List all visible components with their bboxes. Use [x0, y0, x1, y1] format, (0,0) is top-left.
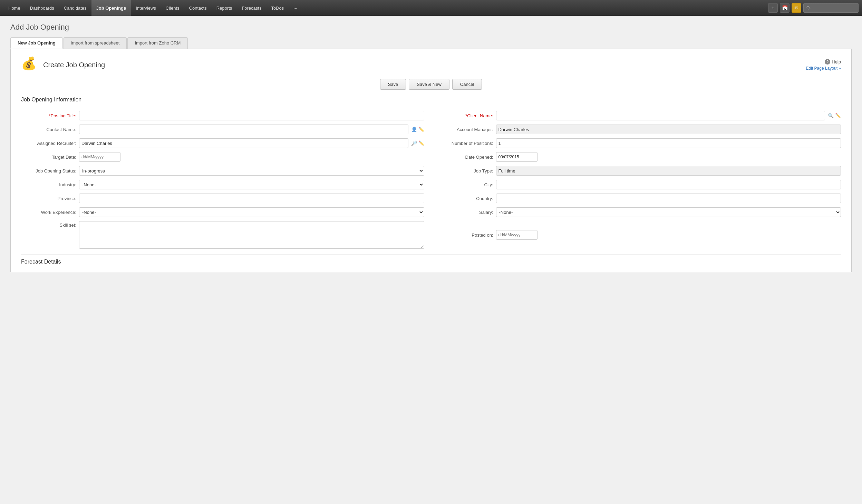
target-date-row: Target Date: — [21, 152, 424, 162]
nav-contacts[interactable]: Contacts — [184, 0, 212, 16]
nav-more[interactable]: ··· — [289, 0, 302, 16]
skill-set-textarea[interactable] — [79, 221, 424, 249]
country-input[interactable] — [496, 194, 841, 203]
nav-right-actions: ＋ 📅 ✉ — [768, 3, 859, 13]
nav-search-input[interactable] — [803, 3, 859, 13]
contact-name-input[interactable] — [79, 125, 408, 134]
form-container: 💰 Create Job Opening ? Help Edit Page La… — [10, 49, 852, 272]
city-label: City: — [438, 182, 493, 187]
section-title: Job Opening Information — [21, 97, 841, 105]
job-opening-status-row: Job Opening Status: In-progress New On-h… — [21, 166, 424, 176]
client-name-lookup-icon[interactable]: 🔍 — [828, 113, 834, 118]
work-experience-row: Work Experience: -None- 0-1 years 1-3 ye… — [21, 207, 424, 217]
client-name-input[interactable] — [496, 111, 825, 120]
nav-plus-button[interactable]: ＋ — [768, 3, 778, 13]
cancel-button[interactable]: Cancel — [452, 79, 482, 90]
page-title: Add Job Opening — [10, 23, 852, 32]
industry-label: Industry: — [21, 182, 76, 187]
save-button[interactable]: Save — [380, 79, 406, 90]
date-opened-row: Date Opened: — [438, 152, 841, 162]
nav-interviews[interactable]: Interviews — [131, 0, 161, 16]
client-name-new-icon[interactable]: ✏️ — [835, 113, 841, 118]
help-label: Help — [832, 59, 841, 65]
help-link[interactable]: ? Help — [825, 59, 841, 65]
posted-on-input[interactable] — [496, 230, 537, 240]
nav-job-openings[interactable]: Job Openings — [91, 0, 131, 16]
number-of-positions-row: Number of Positions: — [438, 138, 841, 148]
job-type-input — [496, 166, 841, 176]
contact-name-icons: 👤 ✏️ — [411, 127, 424, 132]
nav-items: Home Dashboards Candidates Job Openings … — [3, 0, 768, 16]
date-opened-input[interactable] — [496, 152, 537, 162]
industry-select[interactable]: -None- Technology Finance Healthcare Ret… — [79, 180, 424, 189]
job-type-label: Job Type: — [438, 168, 493, 174]
tab-new-job-opening[interactable]: New Job Opening — [10, 37, 63, 49]
posting-title-input[interactable] — [79, 111, 424, 120]
work-experience-label: Work Experience: — [21, 210, 76, 215]
skill-set-label: Skill set: — [21, 221, 76, 228]
form-header-right: ? Help Edit Page Layout » — [806, 59, 841, 71]
forecast-section: Forecast Details — [21, 254, 841, 265]
salary-select[interactable]: -None- 30000-50000 50000-70000 70000-100… — [496, 207, 841, 217]
page-content: Add Job Opening New Job Opening Import f… — [0, 16, 862, 272]
industry-row: Industry: -None- Technology Finance Heal… — [21, 180, 424, 189]
city-input[interactable] — [496, 180, 841, 189]
forecast-section-title: Forecast Details — [21, 259, 841, 265]
posted-on-label: Posted on: — [438, 233, 493, 238]
nav-todos[interactable]: ToDos — [266, 0, 289, 16]
recruiter-icons: 🔎 ✏️ — [411, 140, 424, 146]
work-experience-select[interactable]: -None- 0-1 years 1-3 years 3-5 years 5+ … — [79, 207, 424, 217]
nav-calendar-button[interactable]: 📅 — [780, 3, 790, 13]
nav-mail-button[interactable]: ✉ — [792, 3, 801, 13]
posting-title-row: *Posting Title: — [21, 111, 424, 120]
assigned-recruiter-row: Assigned Recruiter: 🔎 ✏️ — [21, 138, 424, 148]
tab-import-zoho[interactable]: Import from Zoho CRM — [127, 37, 188, 49]
country-row: Country: — [438, 194, 841, 203]
contact-name-new-icon[interactable]: ✏️ — [418, 127, 424, 132]
form-header-left: 💰 Create Job Opening — [21, 56, 105, 73]
job-opening-status-label: Job Opening Status: — [21, 168, 76, 174]
contact-name-lookup-icon[interactable]: 👤 — [411, 127, 417, 132]
date-opened-label: Date Opened: — [438, 155, 493, 160]
client-name-icons: 🔍 ✏️ — [828, 113, 841, 118]
target-date-input[interactable] — [79, 152, 120, 162]
nav-forecasts[interactable]: Forecasts — [237, 0, 266, 16]
posting-title-label: *Posting Title: — [21, 113, 76, 118]
account-manager-input[interactable] — [496, 125, 841, 134]
client-name-label: *Client Name: — [438, 113, 493, 118]
posted-on-row: Posted on: — [438, 221, 841, 249]
city-row: City: — [438, 180, 841, 189]
assigned-recruiter-input[interactable] — [79, 138, 408, 148]
nav-home[interactable]: Home — [3, 0, 25, 16]
province-input[interactable] — [79, 194, 424, 203]
account-manager-row: Account Manager: — [438, 125, 841, 134]
form-title: Create Job Opening — [43, 61, 105, 69]
edit-page-layout-link[interactable]: Edit Page Layout » — [806, 66, 841, 71]
country-label: Country: — [438, 196, 493, 201]
form-grid: *Posting Title: *Client Name: 🔍 ✏️ Conta… — [21, 111, 841, 249]
recruiter-lookup-icon[interactable]: 🔎 — [411, 140, 417, 146]
form-icon: 💰 — [21, 56, 38, 73]
form-header: 💰 Create Job Opening ? Help Edit Page La… — [21, 56, 841, 73]
recruiter-new-icon[interactable]: ✏️ — [418, 140, 424, 146]
nav-dashboards[interactable]: Dashboards — [25, 0, 59, 16]
number-of-positions-input[interactable] — [496, 138, 841, 148]
nav-reports[interactable]: Reports — [212, 0, 237, 16]
province-row: Province: — [21, 194, 424, 203]
job-opening-status-select[interactable]: In-progress New On-hold Closed — [79, 166, 424, 176]
assigned-recruiter-label: Assigned Recruiter: — [21, 141, 76, 146]
client-name-row: *Client Name: 🔍 ✏️ — [438, 111, 841, 120]
nav-candidates[interactable]: Candidates — [59, 0, 91, 16]
help-circle-icon: ? — [825, 59, 830, 65]
contact-name-label: Contact Name: — [21, 127, 76, 132]
number-of-positions-label: Number of Positions: — [438, 141, 493, 146]
action-buttons: Save Save & New Cancel — [21, 79, 841, 90]
navbar: Home Dashboards Candidates Job Openings … — [0, 0, 862, 16]
contact-name-row: Contact Name: 👤 ✏️ — [21, 125, 424, 134]
salary-label: Salary: — [438, 210, 493, 215]
tab-import-spreadsheet[interactable]: Import from spreadsheet — [64, 37, 127, 49]
nav-clients[interactable]: Clients — [161, 0, 184, 16]
job-type-row: Job Type: — [438, 166, 841, 176]
salary-row: Salary: -None- 30000-50000 50000-70000 7… — [438, 207, 841, 217]
save-new-button[interactable]: Save & New — [409, 79, 449, 90]
